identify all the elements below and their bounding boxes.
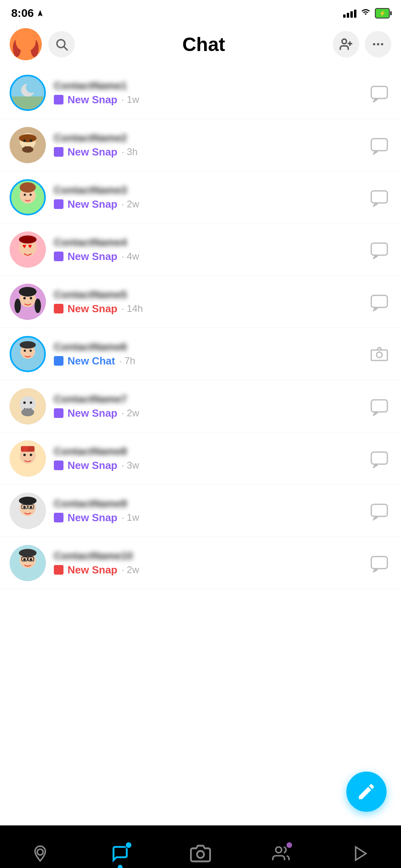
snap-time: · 2w — [121, 199, 139, 210]
contact-name: ContactName4 — [54, 236, 367, 249]
chat-action[interactable] — [367, 237, 391, 262]
svg-point-28 — [30, 139, 32, 142]
chat-action[interactable] — [367, 446, 391, 471]
snap-status: New Snap · 14h — [54, 303, 367, 315]
svg-point-54 — [30, 350, 32, 352]
camera-icon — [370, 344, 389, 364]
list-item[interactable]: 💯 ContactName8 New Snap · 3w — [0, 432, 401, 485]
svg-rect-7 — [20, 35, 31, 41]
svg-rect-42 — [371, 243, 387, 255]
snap-icon — [54, 199, 63, 209]
svg-rect-78 — [371, 504, 387, 516]
chat-bubble-icon — [370, 135, 389, 155]
contact-info: ContactName5 New Snap · 14h — [54, 289, 367, 315]
nav-item-chat[interactable] — [100, 843, 140, 864]
svg-point-8 — [13, 39, 21, 57]
snap-icon — [54, 565, 63, 575]
chat-action[interactable] — [367, 81, 391, 105]
list-item[interactable]: ContactName1 New Snap · 1w — [0, 67, 401, 119]
search-button[interactable] — [48, 31, 75, 57]
contact-name: ContactName7 — [54, 393, 367, 405]
chat-action[interactable] — [367, 551, 391, 575]
lightning-icon: ⚡ — [379, 10, 386, 16]
snap-label: New Snap — [68, 303, 117, 315]
list-item[interactable]: ContactName5 New Snap · 14h — [0, 276, 401, 328]
avatar-image — [11, 181, 44, 214]
add-friend-button[interactable] — [333, 31, 359, 57]
snap-status: New Snap · 2w — [54, 198, 367, 211]
camera-nav-icon — [190, 843, 211, 864]
compose-icon — [356, 782, 376, 802]
svg-rect-23 — [371, 86, 387, 98]
snap-status: New Snap · 3h — [54, 146, 367, 158]
avatar-svg — [11, 75, 44, 111]
map-icon — [30, 843, 51, 864]
svg-point-45 — [23, 297, 26, 299]
snap-time: · 4w — [121, 251, 139, 262]
svg-point-48 — [14, 299, 21, 313]
new-chat-fab[interactable] — [346, 772, 387, 812]
chat-bubble-icon — [370, 188, 389, 207]
chat-bubble-icon — [370, 83, 389, 102]
list-item[interactable]: ContactName3 New Snap · 2w — [0, 171, 401, 223]
svg-point-4 — [27, 40, 30, 43]
chat-action[interactable] — [367, 133, 391, 157]
snap-icon — [54, 147, 63, 157]
list-item[interactable]: ♥ ♥ ContactName4 New Snap · 4w — [0, 223, 401, 276]
nav-item-camera[interactable] — [180, 843, 221, 864]
avatar-svg — [11, 179, 44, 215]
svg-point-59 — [23, 401, 26, 404]
contact-name: ContactName9 — [54, 497, 367, 510]
list-item[interactable]: ContactName10 New Snap · 2w — [0, 537, 401, 589]
snap-status: New Snap · 3w — [54, 459, 367, 472]
avatar-image — [10, 284, 46, 320]
chat-bubble-icon — [370, 553, 389, 573]
friends-icon — [270, 843, 291, 864]
contact-name: ContactName2 — [54, 132, 367, 144]
svg-point-35 — [20, 182, 36, 192]
chat-action[interactable] — [367, 185, 391, 209]
stories-icon — [350, 843, 371, 864]
location-icon — [36, 9, 44, 17]
chat-action[interactable] — [367, 290, 391, 314]
nav-item-map[interactable] — [20, 843, 60, 864]
wifi-icon — [360, 8, 371, 19]
svg-rect-50 — [371, 295, 387, 307]
svg-point-9 — [31, 39, 39, 57]
svg-point-33 — [24, 193, 26, 195]
snap-icon — [54, 408, 63, 418]
svg-point-72 — [23, 506, 26, 508]
svg-point-86 — [19, 549, 37, 557]
chat-action[interactable] — [367, 499, 391, 523]
avatar-image — [11, 338, 44, 371]
contact-info: ContactName9 New Snap · 1w — [54, 497, 367, 524]
list-item[interactable]: ContactName2 New Snap · 3h — [0, 119, 401, 171]
list-item[interactable]: ContactName6 New Chat · 7h — [0, 328, 401, 380]
status-bar: 8:06 ⚡ — [0, 0, 401, 24]
nav-indicator — [118, 865, 123, 868]
snap-time: · 2w — [121, 564, 139, 575]
chat-action[interactable] — [367, 342, 391, 366]
chat-list: ContactName1 New Snap · 1w — [0, 67, 401, 589]
nav-item-friends[interactable] — [261, 843, 301, 864]
avatar-svg — [10, 545, 46, 581]
list-item[interactable]: ContactName7 New Snap · 2w — [0, 380, 401, 432]
time-display: 8:06 — [11, 7, 34, 20]
chat-action[interactable] — [367, 394, 391, 418]
user-avatar[interactable] — [10, 28, 42, 60]
svg-rect-87 — [371, 557, 387, 569]
svg-point-15 — [373, 43, 375, 45]
avatar-svg: 💯 — [10, 440, 46, 477]
avatar — [10, 284, 46, 320]
svg-line-11 — [64, 47, 67, 50]
nav-item-stories[interactable] — [341, 843, 381, 864]
chat-bubble-icon — [370, 449, 389, 468]
more-options-button[interactable] — [365, 31, 391, 57]
list-item[interactable]: ContactName9 New Snap · 1w — [0, 485, 401, 537]
avatar — [10, 336, 46, 372]
snap-time: · 14h — [121, 303, 143, 314]
snap-time: · 3w — [121, 460, 139, 471]
snap-label: New Snap — [68, 94, 117, 106]
avatar — [10, 179, 46, 215]
svg-point-81 — [23, 558, 26, 561]
